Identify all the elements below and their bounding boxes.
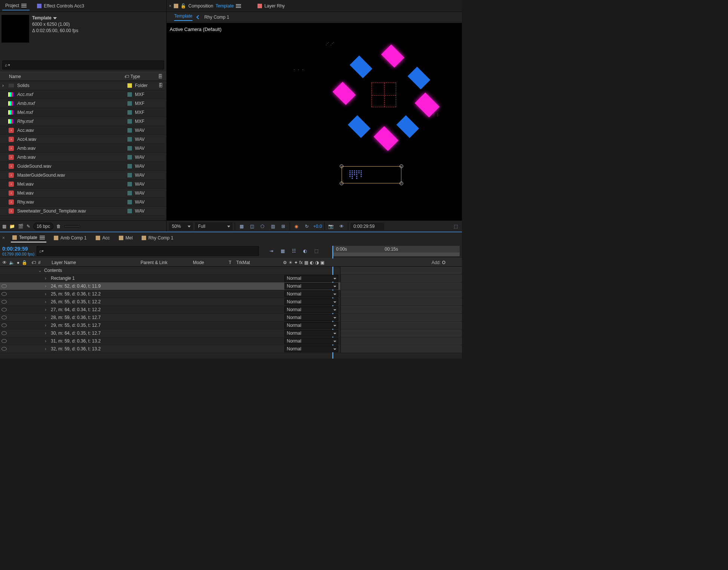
timeline-timecode[interactable]: 0:00:29:59 (2, 246, 34, 252)
quality-dropdown[interactable]: Full (195, 222, 232, 230)
asset-row[interactable]: ♪Acc4.wavWAV (0, 135, 166, 144)
folder-icon[interactable]: 📁 (9, 224, 15, 229)
visibility-toggle[interactable] (1, 284, 7, 288)
chevron-right-icon[interactable]: › (45, 299, 49, 304)
col-mode[interactable]: Mode (193, 260, 229, 265)
tab-layer[interactable]: Layer Rhy (255, 2, 288, 10)
snapshot-icon[interactable]: 📷 (327, 222, 335, 230)
label-swatch[interactable] (127, 128, 132, 133)
shape-group-row[interactable]: ›28, m: 59, d: 0.36, t: 12.7Normal (0, 314, 462, 322)
asset-row[interactable]: ♪Amb.wavWAV (0, 153, 166, 162)
timeline-tab[interactable]: Amb Comp 1 (52, 234, 88, 242)
shelf-icon[interactable]: 🗄 (157, 74, 164, 79)
label-col-icon[interactable]: 🏷 (31, 260, 38, 265)
mode-dropdown[interactable]: Normal (284, 338, 338, 344)
close-icon[interactable]: × (2, 235, 5, 241)
new-comp-icon[interactable]: 🎬 (18, 224, 24, 229)
dropdown-icon[interactable] (53, 17, 57, 19)
label-swatch[interactable] (127, 83, 132, 88)
interp-icon[interactable]: ▦ (2, 224, 6, 229)
label-swatch[interactable] (127, 110, 132, 115)
asset-list[interactable]: ›SolidsFolder🗄Acc.mxfMXFAmb.mxfMXFMel.mx… (0, 81, 166, 220)
visibility-toggle[interactable] (1, 308, 7, 312)
mode-dropdown[interactable]: Normal (284, 314, 338, 321)
mode-dropdown[interactable]: Normal (284, 283, 338, 289)
header-type[interactable]: Type (130, 74, 157, 79)
switch-icon[interactable]: fx (299, 260, 303, 265)
rectangle-row[interactable]: › Rectangle 1 Normal (0, 275, 462, 282)
draft3d-icon[interactable]: ⬚ (312, 247, 320, 255)
eye-col-icon[interactable]: 👁 (2, 260, 7, 265)
layer-bounding-box[interactable] (342, 166, 401, 183)
asset-row[interactable]: ›SolidsFolder🗄 (0, 81, 166, 90)
tab-project[interactable]: Project (2, 1, 30, 10)
chevron-right-icon[interactable]: › (45, 291, 49, 297)
viewport[interactable]: Active Camera (Default) (167, 22, 462, 220)
lock-icon[interactable]: 🔓 (181, 3, 186, 9)
roi-icon[interactable]: ◫ (248, 222, 256, 230)
project-search[interactable]: ⌕▾ (2, 61, 164, 69)
audio-col-icon[interactable]: 🔈 (9, 260, 15, 265)
asset-row[interactable]: ♪Mel.wavWAV (0, 180, 166, 189)
asset-row[interactable]: ♪MasterGuideSound.wavWAV (0, 171, 166, 180)
breadcrumb-comp[interactable]: Rhy Comp 1 (204, 15, 229, 20)
menu-icon[interactable] (21, 5, 27, 6)
chevron-right-icon[interactable]: › (45, 331, 49, 336)
label-swatch[interactable] (127, 191, 132, 195)
label-swatch[interactable] (127, 137, 132, 142)
chevron-right-icon[interactable]: › (45, 307, 49, 312)
bpc-toggle[interactable]: 16 bpc (33, 223, 53, 230)
shape-group-row[interactable]: ›30, m: 64, d: 0.35, t: 12.7Normal (0, 329, 462, 337)
label-swatch[interactable] (127, 101, 132, 106)
timeline-tab[interactable]: Mel (117, 234, 134, 242)
col-trk[interactable]: TrkMat (236, 260, 271, 265)
add-button[interactable]: O (442, 260, 445, 265)
label-swatch[interactable] (127, 119, 132, 124)
switch-icon[interactable]: ☀ (289, 260, 293, 265)
chevron-right-icon[interactable]: › (45, 276, 49, 281)
shape-group-row[interactable]: ›25, m: 59, d: 0.36, t: 12.2Normal (0, 290, 462, 298)
guides-icon[interactable]: ⊞ (279, 222, 287, 230)
header-name[interactable]: Name (2, 74, 123, 79)
switch-icon[interactable]: ◐ (310, 260, 314, 265)
shy-icon[interactable]: ⇥ (267, 247, 275, 255)
grid-icon[interactable]: ▥ (269, 222, 277, 230)
tab-effect-controls[interactable]: Effect Controls Acc3 (34, 2, 87, 10)
visibility-toggle[interactable] (1, 323, 7, 327)
zoom-dropdown[interactable]: 50% (169, 222, 193, 230)
frame-blend-icon[interactable]: ▦ (278, 247, 287, 255)
col-parent[interactable]: Parent & Link (141, 260, 193, 265)
visibility-toggle[interactable] (1, 300, 7, 304)
trash-icon[interactable]: 🗑 (56, 224, 61, 229)
asset-row[interactable]: Mel.mxfMXF (0, 108, 166, 117)
label-icon[interactable]: 🏷 (123, 74, 130, 79)
timeline-search[interactable]: ⌕▾ (37, 246, 259, 256)
asset-row[interactable]: Rhy.mxfMXF (0, 117, 166, 126)
shape-group-row[interactable]: ›27, m: 64, d: 0.34, t: 12.2Normal (0, 306, 462, 314)
switch-icon[interactable]: ⚙ (283, 260, 287, 265)
lock-col-icon[interactable]: 🔒 (22, 260, 27, 265)
time-ruler[interactable]: 0:00s 00:15s (332, 246, 460, 253)
label-swatch[interactable] (127, 209, 132, 213)
graph-editor-icon[interactable]: ◐ (301, 247, 309, 255)
col-num[interactable]: # (38, 260, 52, 265)
show-snapshot-icon[interactable]: 👁 (337, 222, 346, 230)
mask-icon[interactable]: ⬠ (258, 222, 266, 230)
timeline-tab[interactable]: Template (11, 233, 46, 242)
comp-panel-name[interactable]: Template (216, 3, 234, 9)
asset-row[interactable]: ♪GuideSound.wavWAV (0, 162, 166, 171)
chevron-right-icon[interactable]: › (45, 338, 49, 344)
mode-dropdown[interactable]: Normal (284, 322, 338, 329)
mode-dropdown[interactable]: Normal (284, 306, 338, 313)
timeline-tab[interactable]: Acc (94, 234, 111, 242)
switch-icon[interactable]: ▣ (320, 260, 324, 265)
shape-group-row[interactable]: ›29, m: 55, d: 0.35, t: 12.7Normal (0, 322, 462, 329)
visibility-toggle[interactable] (1, 316, 7, 319)
mode-dropdown[interactable]: Normal (284, 346, 338, 352)
motion-blur-icon[interactable]: ☷ (290, 247, 298, 255)
switch-icon[interactable]: ✦ (294, 260, 298, 265)
mode-dropdown[interactable]: Normal (284, 291, 338, 297)
channels-icon[interactable]: ◉ (292, 222, 300, 230)
viewer-timecode[interactable]: 0:00:29:59 (351, 223, 384, 230)
label-swatch[interactable] (127, 146, 132, 151)
